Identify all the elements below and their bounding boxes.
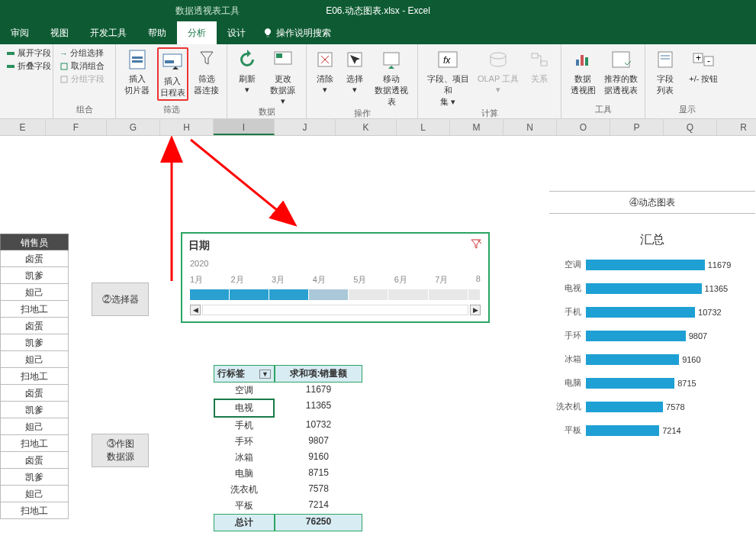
col-header-I[interactable]: I [214, 119, 275, 135]
insert-slicer-button[interactable]: 插入切片器 [122, 47, 153, 96]
select-button[interactable]: 选择▾ [343, 47, 368, 95]
col-header-J[interactable]: J [275, 119, 336, 135]
sales-cell[interactable]: 卤蛋 [0, 250, 69, 267]
svg-rect-18 [541, 61, 547, 66]
timeline-month[interactable]: 8 [476, 274, 481, 286]
timeline-slicer[interactable]: 日期 2020 1月2月3月4月5月6月7月8 ◀ ▶ [181, 232, 490, 323]
sales-cell[interactable]: 凯爹 [0, 267, 69, 284]
pivot-row-value[interactable]: 8715 [275, 466, 362, 482]
sales-cell[interactable]: 妲己 [0, 284, 69, 301]
timeline-month[interactable]: 6月 [394, 274, 407, 286]
filter-conn-icon [198, 49, 216, 70]
tell-me-search[interactable]: 操作说明搜索 [262, 27, 331, 40]
col-header-M[interactable]: M [450, 119, 503, 135]
timeline-month[interactable]: 4月 [313, 274, 326, 286]
move-pivot-button[interactable]: 移动数据透视表 [372, 47, 411, 108]
worksheet-area[interactable]: EFGHIJKLMNOPQR 销售员 卤蛋凯爹妲己扫地工卤蛋凯爹妲己扫地工卤蛋凯… [0, 119, 756, 552]
group-field[interactable]: 分组字段 [60, 73, 117, 85]
col-header-F[interactable]: F [46, 119, 107, 135]
pivot-row-value[interactable]: 9807 [275, 434, 362, 450]
sales-cell[interactable]: 扫地工 [0, 502, 69, 519]
sales-cell[interactable]: 扫地工 [0, 435, 69, 452]
pivot-row-value[interactable]: 7578 [275, 482, 362, 498]
group-select[interactable]: →分组选择 [60, 47, 117, 59]
pivot-table[interactable]: 行标签▼ 求和项:销量额 空调11679电视11365手机10732手环9807… [214, 365, 370, 531]
col-header-L[interactable]: L [397, 119, 450, 135]
pivot-row-label[interactable]: 电脑 [214, 466, 275, 482]
col-header-P[interactable]: P [610, 119, 664, 135]
tool-group-label: 工具 [568, 104, 639, 115]
sales-cell[interactable]: 妲己 [0, 418, 69, 435]
pivot-row-label[interactable]: 手环 [214, 434, 275, 450]
tab-help[interactable]: 帮助 [137, 21, 177, 44]
timeline-scrollbar[interactable]: ◀ ▶ [190, 305, 481, 315]
tab-view[interactable]: 视图 [40, 21, 79, 44]
sales-cell[interactable]: 妲己 [0, 486, 69, 502]
tab-review[interactable]: 审阅 [0, 21, 40, 44]
pivot-row-value[interactable]: 9160 [275, 450, 362, 466]
change-datasource-button[interactable]: 更改数据源▾ [265, 47, 300, 106]
col-header-H[interactable]: H [160, 119, 214, 135]
col-header-G[interactable]: G [107, 119, 160, 135]
svg-rect-17 [532, 53, 538, 58]
plus-minus-button[interactable]: +- +/- 按钮 [684, 47, 723, 85]
filter-connection-button[interactable]: 筛选器连接 [193, 47, 220, 96]
insert-timeline-button[interactable]: 插入日程表 [157, 47, 188, 101]
refresh-button[interactable]: 刷新▾ [233, 47, 261, 95]
group-cancel[interactable]: 取消组合 [60, 60, 117, 72]
timeline-months: 1月2月3月4月5月6月7月8 [182, 273, 488, 287]
col-header-E[interactable]: E [0, 119, 46, 135]
chart-bar [586, 283, 702, 294]
timeline-month[interactable]: 7月 [435, 274, 448, 286]
sales-cell[interactable]: 卤蛋 [0, 452, 69, 469]
pivot-row-value[interactable]: 11365 [275, 399, 362, 418]
pivot-row-label[interactable]: 洗衣机 [214, 482, 275, 498]
field-list-button[interactable]: 字段列表 [651, 47, 680, 96]
collapse-field[interactable]: 折叠字段 [6, 60, 60, 72]
expand-field[interactable]: 展开字段 [6, 47, 60, 59]
scroll-left-icon[interactable]: ◀ [190, 305, 201, 315]
chart-value-label: 11679 [708, 260, 732, 270]
col-header-Q[interactable]: Q [664, 119, 717, 135]
tab-analyze[interactable]: 分析 [177, 21, 217, 44]
dropdown-icon[interactable]: ▼ [259, 370, 271, 379]
pivot-chart-button[interactable]: 数据透视图 [568, 47, 598, 96]
pivot-row-label[interactable]: 冰箱 [214, 450, 275, 466]
pivot-row-value[interactable]: 10732 [275, 418, 362, 434]
pivot-row-label[interactable]: 平板 [214, 498, 275, 514]
sales-cell[interactable]: 扫地工 [0, 301, 69, 318]
pivot-row-value[interactable]: 7214 [275, 498, 362, 514]
sales-cell[interactable]: 扫地工 [0, 368, 69, 385]
timeline-range-bar[interactable] [190, 289, 481, 300]
col-header-R[interactable]: R [717, 119, 756, 135]
action-group-label: 操作 [313, 108, 411, 119]
clear-button[interactable]: 清除▾ [313, 47, 338, 95]
tab-design[interactable]: 设计 [217, 21, 256, 44]
sales-cell[interactable]: 凯爹 [0, 334, 69, 351]
chart-category-label: 手环 [549, 330, 586, 341]
sales-cell[interactable]: 卤蛋 [0, 318, 69, 334]
calc-field-button[interactable]: fx 字段、项目和集 ▾ [424, 47, 471, 108]
pivot-row-label[interactable]: 空调 [214, 383, 275, 399]
recommended-pivot-button[interactable]: 推荐的数据透视表 [603, 47, 639, 96]
sales-cell[interactable]: 凯爹 [0, 402, 69, 418]
scroll-right-icon[interactable]: ▶ [470, 305, 481, 315]
sales-cell[interactable]: 妲己 [0, 351, 69, 368]
pivot-row-label[interactable]: 手机 [214, 418, 275, 434]
col-header-O[interactable]: O [557, 119, 610, 135]
timeline-month[interactable]: 5月 [353, 274, 366, 286]
sales-cell[interactable]: 卤蛋 [0, 385, 69, 402]
col-header-K[interactable]: K [336, 119, 397, 135]
col-header-N[interactable]: N [503, 119, 557, 135]
source-label-box: ③作图 数据源 [92, 434, 149, 467]
timeline-clear-icon[interactable] [470, 238, 482, 253]
timeline-month[interactable]: 3月 [272, 274, 285, 286]
pivot-row-label[interactable]: 电视 [214, 399, 275, 418]
select-icon [346, 50, 364, 69]
pivot-row-value[interactable]: 11679 [275, 383, 362, 399]
timeline-icon [162, 51, 183, 73]
tab-dev[interactable]: 开发工具 [79, 21, 137, 44]
timeline-month[interactable]: 2月 [231, 274, 244, 286]
timeline-month[interactable]: 1月 [190, 274, 203, 286]
sales-cell[interactable]: 凯爹 [0, 469, 69, 486]
